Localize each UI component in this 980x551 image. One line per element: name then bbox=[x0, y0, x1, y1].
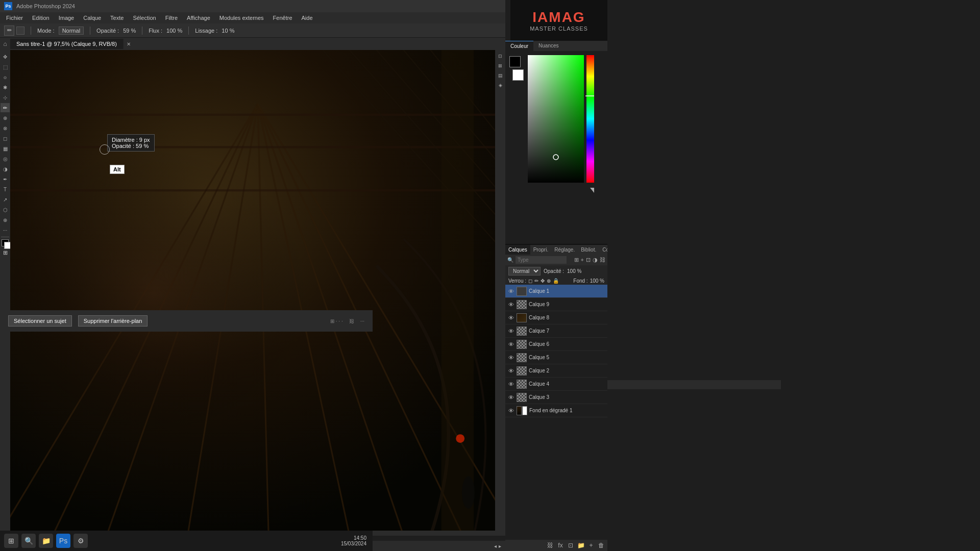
nuances-tab[interactable]: Nuances bbox=[533, 41, 564, 51]
new-group-icon[interactable]: ⊞ bbox=[574, 257, 579, 263]
layer-visibility-toggle[interactable]: 👁 bbox=[507, 354, 514, 361]
select-subject-button[interactable]: Sélectionner un sujet bbox=[8, 315, 72, 327]
add-mask-button[interactable]: ⊡ bbox=[567, 541, 575, 549]
bibliot-tab[interactable]: Bibliot. bbox=[578, 245, 599, 255]
layer-row[interactable]: 👁 Calque 2 bbox=[505, 364, 607, 378]
crop-tool[interactable]: ⊹ bbox=[1, 93, 10, 102]
link-layers-button[interactable]: ⛓ bbox=[546, 541, 554, 549]
tab-close-button[interactable]: ✕ bbox=[125, 40, 133, 48]
layer-visibility-toggle[interactable]: 👁 bbox=[507, 328, 514, 335]
layer-visibility-toggle[interactable]: 👁 bbox=[507, 367, 514, 374]
layer-row[interactable]: 👁 Calque 6 bbox=[505, 338, 607, 351]
file-explorer-icon[interactable]: 📁 bbox=[39, 534, 53, 548]
layer-visibility-toggle[interactable]: 👁 bbox=[507, 381, 514, 388]
gradient-tool[interactable]: ▦ bbox=[1, 144, 10, 153]
path-tool[interactable]: ↗ bbox=[1, 195, 10, 204]
mode-dropdown[interactable]: Normal bbox=[59, 27, 84, 35]
menu-fenetre[interactable]: Fenêtre bbox=[269, 14, 297, 22]
move-tool[interactable]: ✥ bbox=[1, 52, 10, 61]
link-icon[interactable]: ⛓ bbox=[600, 257, 605, 263]
brush-size-button[interactable] bbox=[16, 27, 24, 35]
flux-value[interactable]: 100 % bbox=[166, 28, 182, 34]
screen-mode[interactable]: ⊞ bbox=[3, 249, 8, 256]
new-layer-icon[interactable]: + bbox=[581, 257, 584, 263]
start-button[interactable]: ⊞ bbox=[4, 534, 18, 548]
layer-row[interactable]: 👁 Calque 7 bbox=[505, 324, 607, 338]
lasso-tool[interactable]: ⌾ bbox=[1, 72, 10, 82]
document-tab[interactable]: Sans titre-1 @ 97,5% (Calque 9, RVB/8) bbox=[10, 39, 124, 49]
layer-visibility-toggle[interactable]: 👁 bbox=[507, 341, 514, 348]
layer-visibility-toggle[interactable]: 👁 bbox=[507, 407, 514, 414]
reglage-tab[interactable]: Réglage. bbox=[551, 245, 578, 255]
layer-visibility-toggle[interactable]: 👁 bbox=[507, 288, 514, 295]
pen-tool[interactable]: ✒ bbox=[1, 174, 10, 184]
layer-row[interactable]: 👁 Calque 9 bbox=[505, 298, 607, 311]
delete-layer-button[interactable]: 🗑 bbox=[597, 541, 605, 549]
menu-edition[interactable]: Edition bbox=[28, 14, 54, 22]
hand-tool[interactable]: ··· bbox=[1, 226, 10, 235]
more-options[interactable]: ··· bbox=[360, 318, 364, 324]
menu-aide[interactable]: Aide bbox=[298, 14, 317, 22]
create-layer-button[interactable]: + bbox=[587, 541, 595, 549]
menu-image[interactable]: Image bbox=[55, 14, 79, 22]
quick-select-tool[interactable]: ✱ bbox=[1, 83, 10, 92]
zoom-tool[interactable]: ⊕ bbox=[1, 215, 10, 224]
layer-row[interactable]: 👁 Calque 1 bbox=[505, 285, 607, 298]
menu-fichier[interactable]: Fichier bbox=[2, 14, 27, 22]
blend-mode-dropdown[interactable]: Normal bbox=[508, 267, 541, 276]
layer-visibility-toggle[interactable]: 👁 bbox=[507, 301, 514, 308]
styles-icon[interactable]: ◈ bbox=[496, 81, 504, 89]
search-button[interactable]: 🔍 bbox=[21, 534, 36, 548]
blur-tool[interactable]: ◎ bbox=[1, 154, 10, 163]
layer-row[interactable]: 👁 Calque 4 bbox=[505, 378, 607, 391]
photoshop-taskbar-icon[interactable]: Ps bbox=[56, 534, 70, 548]
lock-all-icon[interactable]: 🔒 bbox=[553, 278, 559, 284]
background-color-swatch[interactable] bbox=[512, 69, 524, 81]
eraser-tool[interactable]: ◻ bbox=[1, 134, 10, 143]
adjustment-icon[interactable]: ◑ bbox=[593, 257, 598, 263]
lock-artboard-icon[interactable]: ⊕ bbox=[547, 278, 551, 284]
layer-row[interactable]: 👁 Fond en dégradé 1 bbox=[505, 404, 607, 417]
menu-filtre[interactable]: Filtre bbox=[161, 14, 182, 22]
brush-tool[interactable]: ✏ bbox=[1, 103, 10, 112]
settings-icon[interactable]: ⚙ bbox=[74, 534, 88, 548]
history-icon[interactable]: ⊡ bbox=[496, 52, 504, 60]
fond-value[interactable]: 100 % bbox=[590, 278, 604, 284]
foreground-color-swatch[interactable] bbox=[509, 56, 521, 67]
layer-visibility-toggle[interactable]: 👁 bbox=[507, 394, 514, 401]
layer-row[interactable]: 👁 Calque 5 bbox=[505, 351, 607, 364]
type-tool[interactable]: T bbox=[1, 185, 10, 194]
menu-texte[interactable]: Texte bbox=[106, 14, 128, 22]
lock-position-icon[interactable]: ✥ bbox=[541, 278, 545, 284]
layer-mask-icon[interactable]: ⊡ bbox=[586, 257, 591, 263]
couch-tab[interactable]: Couch. bbox=[599, 245, 607, 255]
propri-tab[interactable]: Propri. bbox=[530, 245, 551, 255]
gradients-icon[interactable]: ▤ bbox=[496, 71, 504, 80]
lock-transparent-icon[interactable]: ◻ bbox=[528, 278, 532, 284]
stamp-tool[interactable]: ⊕ bbox=[1, 113, 10, 122]
remove-background-button[interactable]: Supprimer l'arrière-plan bbox=[78, 315, 148, 327]
menu-calque[interactable]: Calque bbox=[79, 14, 105, 22]
layers-search-input[interactable] bbox=[516, 256, 567, 264]
prev-arrow[interactable]: ◂ bbox=[494, 543, 497, 549]
shape-tool[interactable]: ⬡ bbox=[1, 205, 10, 214]
layer-row[interactable]: 👁 Calque 8 bbox=[505, 311, 607, 324]
opacity-value[interactable]: 59 % bbox=[123, 28, 136, 34]
foreground-color[interactable] bbox=[2, 239, 9, 246]
lissage-value[interactable]: 10 % bbox=[222, 28, 234, 34]
brush-preset-button[interactable]: ✏ bbox=[4, 26, 14, 36]
brush-presets-icon[interactable]: ⊠ bbox=[496, 62, 504, 70]
marquee-tool[interactable]: ⬚ bbox=[1, 62, 10, 71]
opacity-value[interactable]: 100 % bbox=[567, 268, 581, 274]
color-gradient-area[interactable] bbox=[528, 55, 603, 194]
add-fx-button[interactable]: fx bbox=[556, 541, 565, 549]
healing-tool[interactable]: ⊗ bbox=[1, 123, 10, 133]
couleur-tab[interactable]: Couleur bbox=[505, 41, 533, 51]
create-group-button[interactable]: 📁 bbox=[577, 541, 585, 549]
next-arrow[interactable]: ▸ bbox=[499, 543, 501, 549]
home-button[interactable]: ⌂ bbox=[0, 38, 10, 50]
dodge-tool[interactable]: ◑ bbox=[1, 164, 10, 173]
calques-tab[interactable]: Calques bbox=[505, 245, 530, 255]
unlink-button[interactable]: ⛓ bbox=[349, 318, 354, 324]
menu-affichage[interactable]: Affichage bbox=[183, 14, 214, 22]
